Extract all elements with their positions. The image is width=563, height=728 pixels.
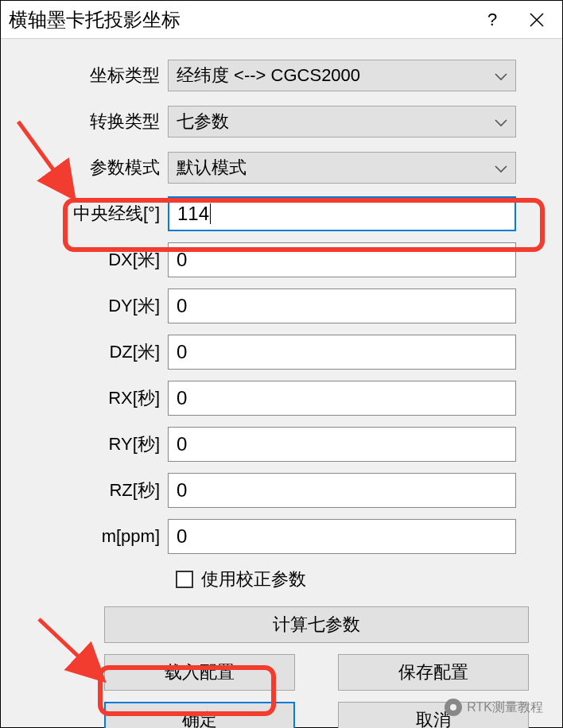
watermark: RTK测量教程 (445, 699, 543, 716)
load-button-label: 载入配置 (165, 660, 235, 684)
ok-button-label: 确定 (182, 708, 217, 728)
input-dx[interactable]: 0 (168, 242, 516, 277)
input-dx-value: 0 (177, 249, 187, 271)
load-config-button[interactable]: 载入配置 (104, 654, 295, 691)
label-m: m[ppm] (1, 526, 168, 547)
help-button[interactable]: ? (470, 1, 514, 39)
close-icon (530, 13, 544, 27)
row-dz: DZ[米] 0 (1, 333, 562, 371)
label-dz: DZ[米] (1, 340, 168, 364)
select-conv-type[interactable]: 七参数 (168, 106, 516, 137)
input-m-value: 0 (177, 525, 187, 548)
input-cm-value: 114 (177, 203, 209, 225)
chevron-down-icon (495, 111, 507, 132)
save-config-button[interactable]: 保存配置 (338, 654, 529, 691)
label-rz: RZ[秒] (1, 478, 168, 502)
titlebar: 横轴墨卡托投影坐标 ? (1, 1, 562, 39)
label-dy: DY[米] (1, 294, 168, 318)
label-dx: DX[米] (1, 248, 168, 272)
row-load-save: 载入配置 保存配置 (104, 654, 562, 691)
chevron-down-icon (495, 157, 507, 178)
row-rz: RZ[秒] 0 (1, 471, 562, 509)
row-dy: DY[米] 0 (1, 287, 562, 325)
select-param-mode[interactable]: 默认模式 (168, 152, 516, 184)
row-coord-type: 坐标类型 经纬度 <--> CGCS2000 (1, 56, 562, 95)
dialog-window: 横轴墨卡托投影坐标 ? 坐标类型 经纬度 <- (0, 0, 563, 728)
input-central-meridian[interactable]: 114 (168, 196, 516, 231)
input-ry[interactable]: 0 (168, 427, 516, 462)
chevron-down-icon (495, 65, 507, 86)
wechat-icon (445, 699, 462, 716)
compute-button-label: 计算七参数 (273, 613, 360, 637)
row-conv-type: 转换类型 七参数 (1, 103, 562, 141)
input-rx[interactable]: 0 (168, 381, 516, 416)
compute-seven-params-button[interactable]: 计算七参数 (104, 606, 529, 643)
input-dz[interactable]: 0 (168, 335, 516, 370)
input-dy-value: 0 (177, 295, 187, 317)
label-conv-type: 转换类型 (1, 110, 168, 134)
input-rz[interactable]: 0 (168, 473, 516, 508)
save-button-label: 保存配置 (398, 660, 468, 684)
label-ry: RY[秒] (1, 432, 168, 456)
label-use-correction: 使用校正参数 (201, 567, 306, 591)
input-dy[interactable]: 0 (168, 288, 516, 323)
input-rz-value: 0 (177, 479, 187, 501)
select-coord-type-value: 经纬度 <--> CGCS2000 (177, 64, 360, 87)
row-param-mode: 参数模式 默认模式 (1, 149, 562, 187)
label-param-mode: 参数模式 (1, 156, 168, 180)
select-conv-type-value: 七参数 (177, 110, 229, 134)
label-cm: 中央经线[°] (1, 202, 168, 226)
dialog-title: 横轴墨卡托投影坐标 (9, 7, 470, 33)
row-ry: RY[秒] 0 (1, 425, 562, 463)
input-m[interactable]: 0 (168, 519, 516, 554)
row-dx: DX[米] 0 (1, 241, 562, 279)
row-cm: 中央经线[°] 114 (1, 195, 562, 233)
ok-button[interactable]: 确定 (104, 702, 295, 728)
checkbox-use-correction[interactable] (176, 571, 193, 588)
text-caret (210, 203, 211, 224)
input-dz-value: 0 (177, 341, 187, 363)
input-ry-value: 0 (177, 433, 187, 455)
select-coord-type[interactable]: 经纬度 <--> CGCS2000 (168, 60, 516, 91)
row-m: m[ppm] 0 (1, 517, 562, 556)
label-rx: RX[秒] (1, 386, 168, 410)
row-rx: RX[秒] 0 (1, 379, 562, 417)
close-button[interactable] (514, 1, 559, 39)
label-coord-type: 坐标类型 (1, 64, 168, 87)
row-use-correction: 使用校正参数 (176, 563, 562, 595)
input-rx-value: 0 (177, 387, 187, 409)
select-param-mode-value: 默认模式 (177, 156, 247, 180)
watermark-text: RTK测量教程 (467, 699, 543, 716)
form-body: 坐标类型 经纬度 <--> CGCS2000 转换类型 七参数 参数模式 默认模… (1, 39, 562, 727)
